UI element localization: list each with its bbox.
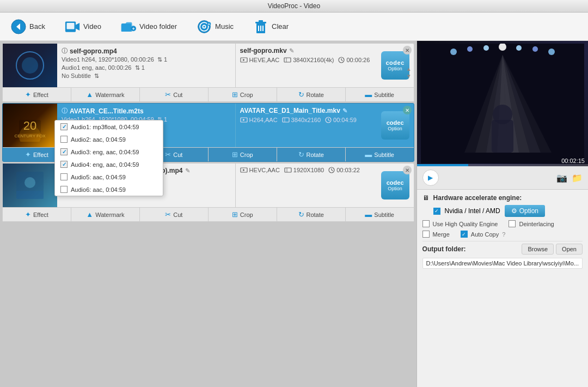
progress-bar	[417, 164, 588, 166]
back-icon	[11, 19, 26, 34]
deinterlacing-checkbox[interactable]	[509, 220, 516, 227]
stage-visualization	[421, 44, 584, 164]
file-item-2: 20 CENTURY FOX ⓘ AVATAR_CE...Title.m2ts …	[2, 103, 414, 162]
audio-item-1[interactable]: ✓ Audio1: mp3float, 0:04:59	[55, 120, 163, 133]
subtitle-btn-1[interactable]: ▬ Subtitle	[346, 88, 414, 101]
app-title: VideoProc - Video	[268, 2, 320, 10]
high-quality-checkbox[interactable]	[422, 220, 430, 227]
preview-time: 00:02:15	[561, 158, 585, 164]
subtitle-icon-3: ▬	[365, 210, 372, 219]
options-panel: 🖥 Hardware accelerate engine: Nvidia / I…	[417, 190, 588, 273]
cut-btn-3[interactable]: ✂ Cut	[140, 208, 209, 221]
audio-item-5[interactable]: Audio5: aac, 0:04:59	[55, 171, 163, 183]
deinterlacing-label: Deinterlacing	[519, 221, 554, 227]
svg-rect-4	[66, 23, 74, 29]
svg-point-63	[516, 45, 522, 51]
close-file-1[interactable]: ✕	[403, 46, 412, 55]
thumbnail-1	[3, 44, 57, 87]
thumb-avatar: 20 CENTURY FOX	[3, 104, 57, 147]
help-icon[interactable]: ?	[502, 231, 505, 238]
svg-line-29	[341, 60, 343, 61]
scroll-up-1[interactable]: ▲	[406, 66, 412, 72]
effect-btn-1[interactable]: ✦ Effect	[3, 88, 71, 101]
resolution-badge-1: 3840X2160(4k)	[284, 57, 334, 63]
back-button[interactable]: Back	[7, 17, 50, 37]
edit-icon-1[interactable]: ✎	[289, 47, 294, 55]
svg-point-61	[483, 45, 489, 51]
video-folder-button[interactable]: + Video folder	[117, 17, 181, 37]
svg-point-65	[548, 49, 555, 55]
file-item-header-1: ⓘ self-gopro.mp4 Video1 h264, 1920*1080,…	[3, 44, 414, 87]
audio-checkbox-6[interactable]	[60, 186, 68, 193]
file-subtitle-1: No Subtitle ⇅	[62, 72, 231, 80]
svg-line-40	[328, 120, 330, 121]
svg-rect-43	[16, 191, 44, 199]
merge-checkbox[interactable]	[422, 231, 430, 238]
resolution-badge-3: 1920X1080	[284, 167, 324, 173]
svg-point-22	[22, 57, 38, 74]
duration-badge-2: 00:04:59	[325, 117, 357, 123]
subtitle-btn-3[interactable]: ▬ Subtitle	[346, 208, 414, 221]
watermark-icon-1: ▲	[86, 90, 93, 99]
output-folder-row: Output folder: Browse Open	[422, 241, 583, 255]
music-button[interactable]: + Music	[192, 17, 238, 37]
auto-copy-checkbox[interactable]	[461, 231, 468, 238]
audio-checkbox-4[interactable]: ✓	[60, 161, 68, 168]
svg-text:20: 20	[23, 119, 36, 132]
codec-button-2[interactable]: codec Option	[381, 111, 409, 140]
edit-icon-3[interactable]: ✎	[185, 167, 190, 174]
watermark-btn-3[interactable]: ▲ Watermark	[71, 208, 140, 221]
option-button[interactable]: ⚙ Option	[505, 205, 545, 217]
video-button[interactable]: Video	[60, 17, 106, 37]
crop-btn-1[interactable]: ⊞ Crop	[209, 88, 277, 101]
subtitle-btn-2[interactable]: ▬ Subtitle	[346, 148, 414, 161]
option-label-3: Option	[388, 186, 402, 191]
svg-text:CENTURY FOX: CENTURY FOX	[14, 134, 46, 138]
audio-item-2[interactable]: Audio2: aac, 0:04:59	[55, 133, 163, 146]
clear-button[interactable]: Clear	[249, 17, 293, 37]
scroll-down-1[interactable]: ▼	[406, 73, 412, 79]
audio-checkbox-2[interactable]	[60, 136, 68, 143]
watermark-btn-1[interactable]: ▲ Watermark	[71, 88, 140, 101]
cut-btn-1[interactable]: ✂ Cut	[140, 88, 209, 101]
audio-item-6[interactable]: Audio6: aac, 0:04:59	[55, 183, 163, 196]
video-folder-icon: +	[121, 19, 136, 34]
folder-open-icon[interactable]: 📁	[572, 173, 583, 183]
file-output-2: AVATAR_CE_D1_Main_Title.mkv ✎ H264,AAC 3…	[235, 104, 377, 147]
open-button[interactable]: Open	[556, 244, 583, 255]
rotate-btn-2[interactable]: ↻ Rotate	[277, 148, 346, 161]
codec-button-3[interactable]: codec Option	[381, 171, 409, 199]
cut-icon-2: ✂	[165, 150, 171, 159]
audio-checkbox-1[interactable]: ✓	[60, 123, 68, 130]
rotate-btn-1[interactable]: ↻ Rotate	[277, 88, 346, 101]
hw-icon: 🖥	[422, 194, 429, 202]
play-button[interactable]: ▶	[422, 170, 439, 186]
effect-btn-3[interactable]: ✦ Effect	[3, 208, 71, 221]
camera-icon[interactable]: 📷	[556, 173, 567, 183]
audio-checkbox-3[interactable]: ✓	[60, 148, 68, 155]
audio-item-3[interactable]: ✓ Audio3: eng, aac, 0:04:59	[55, 146, 163, 158]
audio-checkbox-5[interactable]	[60, 173, 68, 180]
thumbnail-2: 20 CENTURY FOX	[3, 104, 57, 147]
crop-btn-3[interactable]: ⊞ Crop	[209, 208, 277, 221]
close-file-2[interactable]: ✕	[403, 106, 412, 114]
subtitle-icon-2: ▬	[365, 150, 372, 159]
rotate-icon-3: ↻	[298, 210, 304, 219]
svg-point-67	[493, 105, 512, 124]
right-panel: 00:02:15 ▶ 📷 📁 🖥 Hardware accelerate eng…	[417, 41, 588, 387]
codec-button-1[interactable]: codec Option	[381, 51, 409, 80]
edit-icon-2[interactable]: ✎	[342, 107, 347, 114]
crop-btn-2[interactable]: ⊞ Crop	[209, 148, 277, 161]
svg-marker-3	[76, 23, 79, 31]
close-file-3[interactable]: ✕	[403, 166, 412, 174]
rotate-btn-3[interactable]: ↻ Rotate	[277, 208, 346, 221]
nvidia-checkbox[interactable]	[433, 208, 440, 215]
browse-button[interactable]: Browse	[522, 244, 554, 255]
svg-rect-17	[259, 20, 263, 22]
crop-icon-3: ⊞	[232, 210, 238, 219]
thumb-shakira	[3, 164, 57, 207]
title-bar: VideoProc - Video	[0, 0, 588, 13]
file-list: ⓘ self-gopro.mp4 Video1 h264, 1920*1080,…	[0, 41, 416, 387]
svg-rect-66	[492, 120, 513, 153]
audio-item-4[interactable]: ✓ Audio4: eng, aac, 0:04:59	[55, 158, 163, 171]
